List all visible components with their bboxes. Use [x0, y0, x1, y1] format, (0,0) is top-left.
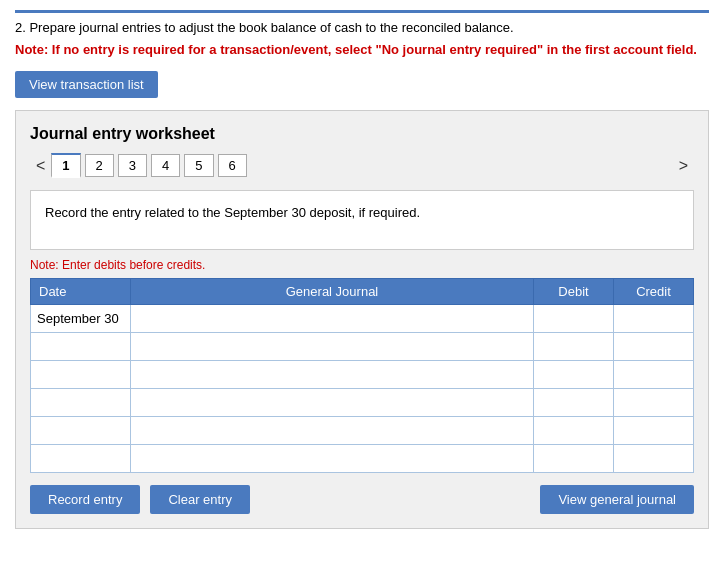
- row4-gj-input[interactable]: [131, 389, 533, 416]
- debits-note: Note: Enter debits before credits.: [30, 258, 694, 272]
- row5-gj-input[interactable]: [131, 417, 533, 444]
- record-entry-button[interactable]: Record entry: [30, 485, 140, 514]
- view-general-journal-button[interactable]: View general journal: [540, 485, 694, 514]
- instruction-note: Note: If no entry is required for a tran…: [15, 41, 709, 59]
- row3-debit[interactable]: [534, 361, 614, 389]
- row2-debit[interactable]: [534, 333, 614, 361]
- prev-tab-arrow[interactable]: <: [30, 155, 51, 177]
- tab-1[interactable]: 1: [51, 153, 80, 178]
- row2-credit[interactable]: [614, 333, 694, 361]
- row4-credit-input[interactable]: [614, 389, 693, 416]
- row3-gj-input[interactable]: [131, 361, 533, 388]
- row3-gj[interactable]: [131, 361, 534, 389]
- view-transaction-button[interactable]: View transaction list: [15, 71, 158, 98]
- row4-credit[interactable]: [614, 389, 694, 417]
- table-row: [31, 333, 694, 361]
- row2-gj[interactable]: [131, 333, 534, 361]
- row5-debit[interactable]: [534, 417, 614, 445]
- row6-debit-input[interactable]: [534, 445, 613, 472]
- tab-2[interactable]: 2: [85, 154, 114, 177]
- row1-gj-input[interactable]: [131, 305, 533, 332]
- row4-debit-input[interactable]: [534, 389, 613, 416]
- col-header-date: Date: [31, 279, 131, 305]
- table-row: [31, 445, 694, 473]
- col-header-debit: Debit: [534, 279, 614, 305]
- row5-date: [31, 417, 131, 445]
- row5-debit-input[interactable]: [534, 417, 613, 444]
- table-row: [31, 417, 694, 445]
- table-row: September 30: [31, 305, 694, 333]
- row5-credit-input[interactable]: [614, 417, 693, 444]
- row6-date: [31, 445, 131, 473]
- row1-debit-input[interactable]: [534, 305, 613, 332]
- row2-date: [31, 333, 131, 361]
- row3-debit-input[interactable]: [534, 361, 613, 388]
- row6-credit[interactable]: [614, 445, 694, 473]
- tab-3[interactable]: 3: [118, 154, 147, 177]
- journal-table: Date General Journal Debit Credit Septem…: [30, 278, 694, 473]
- row1-credit[interactable]: [614, 305, 694, 333]
- tab-5[interactable]: 5: [184, 154, 213, 177]
- row6-gj[interactable]: [131, 445, 534, 473]
- col-header-credit: Credit: [614, 279, 694, 305]
- tab-6[interactable]: 6: [218, 154, 247, 177]
- row6-debit[interactable]: [534, 445, 614, 473]
- row4-gj[interactable]: [131, 389, 534, 417]
- row2-gj-input[interactable]: [131, 333, 533, 360]
- row4-date: [31, 389, 131, 417]
- bottom-buttons: Record entry Clear entry View general jo…: [30, 485, 694, 514]
- row1-debit[interactable]: [534, 305, 614, 333]
- instruction-main: 2. Prepare journal entries to adjust the…: [15, 19, 709, 37]
- table-row: [31, 389, 694, 417]
- worksheet-title: Journal entry worksheet: [30, 125, 694, 143]
- row3-credit[interactable]: [614, 361, 694, 389]
- row5-credit[interactable]: [614, 417, 694, 445]
- row4-debit[interactable]: [534, 389, 614, 417]
- row6-credit-input[interactable]: [614, 445, 693, 472]
- row1-credit-input[interactable]: [614, 305, 693, 332]
- row6-gj-input[interactable]: [131, 445, 533, 472]
- row1-date: September 30: [31, 305, 131, 333]
- row2-debit-input[interactable]: [534, 333, 613, 360]
- row3-credit-input[interactable]: [614, 361, 693, 388]
- row3-date: [31, 361, 131, 389]
- tab-navigation: < 1 2 3 4 5 6 >: [30, 153, 694, 178]
- table-row: [31, 361, 694, 389]
- row2-credit-input[interactable]: [614, 333, 693, 360]
- clear-entry-button[interactable]: Clear entry: [150, 485, 250, 514]
- tab-4[interactable]: 4: [151, 154, 180, 177]
- row5-gj[interactable]: [131, 417, 534, 445]
- next-tab-arrow[interactable]: >: [673, 155, 694, 177]
- col-header-gj: General Journal: [131, 279, 534, 305]
- row1-gj[interactable]: [131, 305, 534, 333]
- left-button-group: Record entry Clear entry: [30, 485, 250, 514]
- entry-description: Record the entry related to the Septembe…: [30, 190, 694, 250]
- worksheet-container: Journal entry worksheet < 1 2 3 4 5 6 > …: [15, 110, 709, 529]
